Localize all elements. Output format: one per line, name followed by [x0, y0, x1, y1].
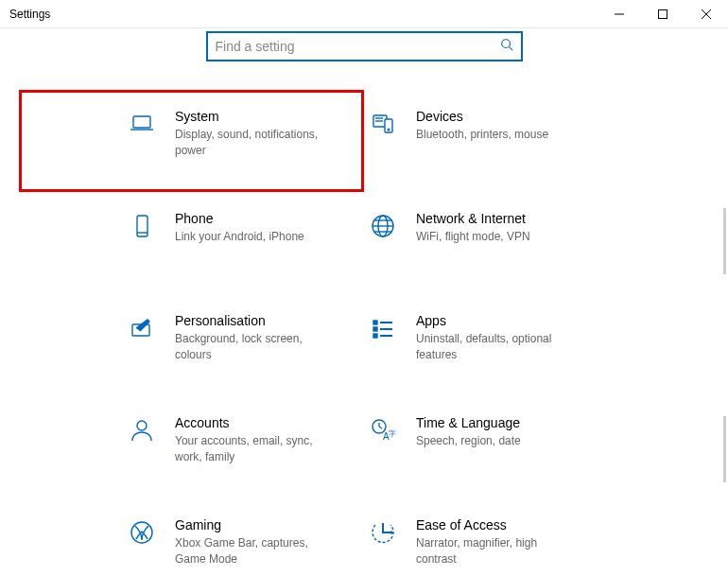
apps-list-icon [364, 313, 402, 377]
titlebar: Settings [0, 0, 728, 28]
svg-rect-21 [373, 321, 377, 324]
tile-title: Gaming [175, 517, 350, 532]
tile-personalisation[interactable]: Personalisation Background, lock screen,… [19, 294, 364, 396]
tile-desc: Bluetooth, printers, mouse [416, 127, 577, 143]
tile-ease-of-access[interactable]: Ease of Access Narrator, magnifier, high… [364, 498, 709, 576]
settings-grid: System Display, sound, notifications, po… [0, 90, 728, 576]
search-container [0, 28, 728, 90]
tile-title: Apps [416, 313, 695, 328]
svg-rect-6 [133, 116, 150, 128]
window-title: Settings [0, 8, 50, 21]
tile-devices[interactable]: Devices Bluetooth, printers, mouse [364, 90, 709, 192]
svg-text:字: 字 [389, 429, 396, 438]
ease-of-access-icon [364, 517, 402, 576]
tile-desc: Xbox Game Bar, captures, Game Mode [175, 535, 336, 567]
svg-rect-23 [373, 327, 377, 331]
tile-desc: Link your Android, iPhone [175, 229, 336, 245]
tile-title: System [175, 109, 350, 124]
tile-phone[interactable]: Phone Link your Android, iPhone [19, 192, 364, 294]
tile-desc: Your accounts, email, sync, work, family [175, 433, 336, 465]
tile-desc: WiFi, flight mode, VPN [416, 229, 577, 245]
xbox-icon [123, 517, 161, 576]
svg-line-5 [509, 47, 512, 51]
tile-title: Phone [175, 211, 350, 226]
svg-point-10 [388, 129, 390, 131]
laptop-icon [123, 109, 161, 173]
svg-rect-1 [659, 9, 667, 18]
minimize-button[interactable] [598, 0, 641, 28]
content-area: System Display, sound, notifications, po… [0, 28, 728, 576]
tile-gaming[interactable]: Gaming Xbox Game Bar, captures, Game Mod… [19, 498, 364, 576]
close-button[interactable] [685, 0, 728, 28]
tile-title: Personalisation [175, 313, 350, 328]
tile-desc: Narrator, magnifier, high contrast [416, 535, 577, 567]
tile-apps[interactable]: Apps Uninstall, defaults, optional featu… [364, 294, 709, 396]
tile-time-language[interactable]: A字 Time & Language Speech, region, date [364, 396, 709, 498]
svg-point-4 [501, 40, 510, 48]
tile-title: Time & Language [416, 415, 695, 430]
tile-title: Network & Internet [416, 211, 695, 226]
tile-title: Devices [416, 109, 695, 124]
svg-line-30 [379, 427, 382, 428]
tile-desc: Background, lock screen, colours [175, 331, 336, 363]
person-icon [123, 415, 161, 480]
tile-desc: Display, sound, notifications, power [175, 127, 336, 159]
window-controls [598, 0, 728, 28]
search-box[interactable] [206, 31, 523, 61]
svg-rect-25 [373, 334, 377, 338]
scrollbar[interactable] [723, 416, 726, 482]
scrollbar[interactable] [723, 208, 726, 274]
search-input[interactable] [216, 39, 500, 54]
search-icon [500, 38, 513, 55]
paintbrush-icon [123, 313, 161, 377]
tile-network[interactable]: Network & Internet WiFi, flight mode, VP… [364, 192, 709, 294]
time-language-icon: A字 [364, 415, 402, 480]
devices-icon [364, 109, 402, 173]
tile-system[interactable]: System Display, sound, notifications, po… [19, 90, 364, 192]
svg-point-27 [137, 421, 147, 430]
tile-desc: Speech, region, date [416, 433, 577, 449]
tile-title: Ease of Access [416, 517, 695, 532]
tile-desc: Uninstall, defaults, optional features [416, 331, 577, 363]
globe-icon [364, 211, 402, 275]
tile-title: Accounts [175, 415, 350, 430]
maximize-button[interactable] [641, 0, 685, 28]
tile-accounts[interactable]: Accounts Your accounts, email, sync, wor… [19, 396, 364, 498]
phone-icon [123, 211, 161, 275]
